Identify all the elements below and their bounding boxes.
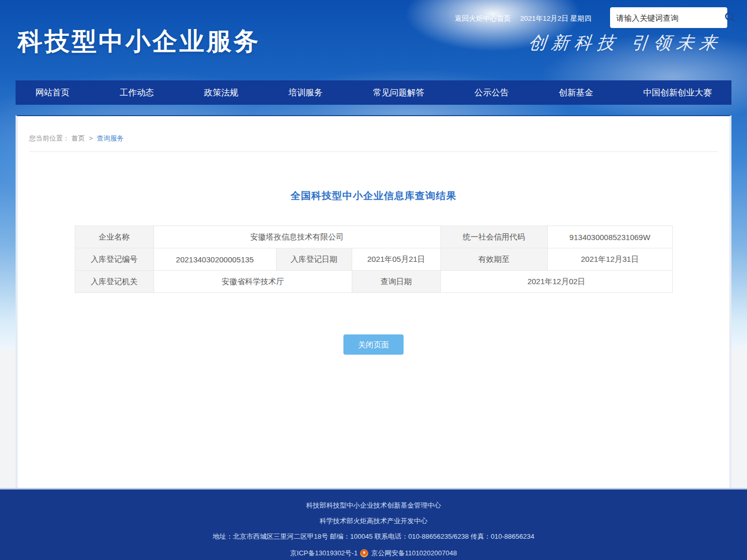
table-row: 企业名称 安徽塔孜信息技术有限公司 统一社会信用代码 9134030008523… [75,226,672,248]
label-company-name: 企业名称 [75,226,154,248]
nav-item-training[interactable]: 培训服务 [283,80,328,105]
footer: 科技部科技型中小企业技术创新基金管理中心 科学技术部火炬高技术产业开发中心 地址… [0,488,747,560]
footer-icp-text: 京ICP备13019302号-1 [290,549,357,558]
search-input[interactable] [610,13,724,22]
footer-org-line2: 科学技术部火炬高技术产业开发中心 [0,517,747,525]
search-button[interactable] [724,7,736,28]
footer-contact-line: 地址：北京市西城区三里河二区甲18号 邮编：100045 联系电话：010-88… [0,533,747,540]
footer-security-text: 京公网安备11010202007048 [371,549,457,558]
nav-item-work-news[interactable]: 工作动态 [115,80,159,105]
label-registration-authority: 入库登记机关 [75,271,154,293]
search-icon [724,11,736,25]
nav-item-policies[interactable]: 政策法规 [199,80,243,105]
query-result-table: 企业名称 安徽塔孜信息技术有限公司 统一社会信用代码 9134030008523… [75,226,673,293]
site-title: 科技型中小企业服务 [18,25,260,58]
breadcrumb-home-link[interactable]: 首页 [72,134,85,142]
nav-item-innovation-fund[interactable]: 创新基金 [554,80,598,105]
label-query-date: 查询日期 [352,271,440,293]
close-page-button[interactable]: 关闭页面 [343,334,404,355]
header: 科技型中小企业服务 创新科技 引领未来 返回火炬中心首页 2021年12月2日 … [0,0,747,80]
nav-item-home[interactable]: 网站首页 [30,80,75,105]
breadcrumb-separator: > [89,134,93,142]
breadcrumb: 您当前位置： 首页 > 查询服务 [29,134,718,152]
header-slogan: 创新科技 引领未来 [528,31,724,55]
value-credit-code: 91340300085231069W [547,226,672,248]
label-registration-date: 入库登记日期 [276,248,352,271]
current-date: 2021年12月2日 星期四 [520,14,591,23]
nav-item-innovation-contest[interactable]: 中国创新创业大赛 [638,80,717,105]
label-credit-code: 统一社会信用代码 [440,226,547,248]
value-valid-until: 2021年12月31日 [547,248,672,271]
value-registration-date: 2021年05月21日 [352,248,440,271]
nav-item-announcements[interactable]: 公示公告 [469,80,514,105]
value-registration-number: 202134030200005135 [154,248,276,271]
police-badge-icon [360,549,368,557]
back-to-torch-center-link[interactable]: 返回火炬中心首页 [455,14,511,23]
search-box [610,7,727,28]
breadcrumb-prefix: 您当前位置： [29,134,70,142]
page-title: 全国科技型中小企业信息库查询结果 [18,189,729,203]
nav-item-faq[interactable]: 常见问题解答 [368,80,430,105]
label-valid-until: 有效期至 [440,248,547,271]
value-company-name: 安徽塔孜信息技术有限公司 [154,226,440,248]
main-nav: 网站首页 工作动态 政策法规 培训服务 常见问题解答 公示公告 创新基金 中国创… [16,80,731,105]
value-query-date: 2021年12月02日 [440,271,672,293]
breadcrumb-current-link[interactable]: 查询服务 [96,134,123,142]
value-registration-authority: 安徽省科学技术厅 [154,271,352,293]
footer-org-line1: 科技部科技型中小企业技术创新基金管理中心 [0,502,747,509]
label-registration-number: 入库登记编号 [75,248,154,271]
table-row: 入库登记编号 202134030200005135 入库登记日期 2021年05… [75,248,672,271]
table-row: 入库登记机关 安徽省科学技术厅 查询日期 2021年12月02日 [75,271,672,293]
content-panel: 您当前位置： 首页 > 查询服务 全国科技型中小企业信息库查询结果 企业名称 安… [16,115,731,488]
